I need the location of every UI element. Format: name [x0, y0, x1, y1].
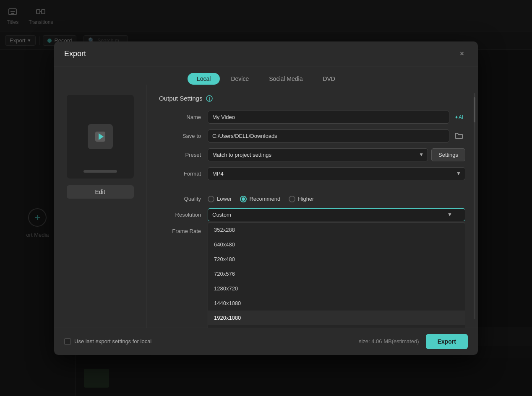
resolution-option-1280x720[interactable]: 1280x720 [208, 281, 465, 296]
quality-recommend-radio[interactable] [240, 196, 247, 202]
preview-panel: Edit [54, 85, 146, 328]
tab-device[interactable]: Device [222, 73, 258, 85]
quality-label: Quality [159, 196, 201, 202]
quality-higher-radio[interactable] [289, 196, 295, 202]
dialog-footer: Use last export settings for local size:… [54, 328, 478, 355]
modal-backdrop: Export × Local Device Social Media DVD [0, 0, 532, 396]
frame-rate-label: Frame Rate [159, 228, 201, 234]
resolution-option-720x480[interactable]: 720x480 [208, 252, 465, 267]
close-icon: × [460, 49, 464, 58]
preset-select[interactable]: Match to project settings [208, 148, 428, 161]
resolution-option-3840x2160[interactable]: 3840x2160 [208, 325, 465, 328]
tab-social-media[interactable]: Social Media [260, 73, 312, 85]
quality-higher[interactable]: Higher [289, 196, 314, 202]
name-label: Name [159, 114, 201, 120]
ai-icon[interactable]: ✦AI [453, 111, 465, 123]
svg-text:✦AI: ✦AI [454, 114, 463, 120]
scroll-thumb[interactable] [474, 97, 475, 122]
preset-label: Preset [159, 152, 201, 158]
folder-icon[interactable] [453, 129, 465, 142]
resolution-option-352x288[interactable]: 352x288 [208, 223, 465, 237]
resolution-option-720x576[interactable]: 720x576 [208, 267, 465, 281]
save-to-input[interactable] [208, 129, 449, 142]
use-last-settings-checkbox[interactable] [64, 338, 71, 345]
quality-options: Lower Recommend Higher [208, 196, 314, 202]
quality-lower[interactable]: Lower [208, 196, 232, 202]
quality-lower-radio[interactable] [208, 196, 214, 202]
quality-recommend-label: Recommend [249, 196, 280, 202]
resolution-option-1920x1080[interactable]: 1920x1080 [208, 311, 465, 325]
tab-local[interactable]: Local [188, 73, 220, 85]
export-action-button[interactable]: Export [426, 334, 468, 349]
resolution-current-value: Custom [212, 212, 231, 218]
name-input[interactable] [208, 111, 449, 124]
save-to-label: Save to [159, 133, 201, 139]
resolution-chevron-icon: ▼ [447, 212, 452, 217]
preview-progress-bar [83, 170, 117, 173]
resolution-container: Custom ▼ 352x288 640x480 [208, 208, 465, 221]
dialog-body: Edit Output Settings Name [54, 85, 478, 328]
resolution-label: Resolution [159, 212, 201, 218]
quality-recommend[interactable]: Recommend [240, 196, 280, 202]
quality-field-row: Lower Recommend Higher [208, 196, 465, 202]
preview-thumb-inner [88, 124, 113, 149]
format-label: Format [159, 171, 201, 177]
resolution-dropdown-list: 352x288 640x480 720x480 720x576 [208, 222, 465, 328]
resolution-field-row: Custom ▼ 352x288 640x480 [208, 208, 465, 221]
dialog-tabs: Local Device Social Media DVD [54, 67, 478, 85]
format-select[interactable]: MP4 MOV AVI [208, 167, 465, 180]
quality-recommend-dot [242, 197, 245, 201]
dialog-title: Export [64, 49, 86, 58]
resolution-dropdown-button[interactable]: Custom ▼ [208, 208, 465, 221]
settings-panel: Output Settings Name ✦AI [146, 85, 478, 328]
quality-higher-label: Higher [298, 196, 314, 202]
preview-thumbnail [67, 95, 134, 179]
settings-button[interactable]: Settings [431, 148, 465, 161]
tab-dvd[interactable]: DVD [313, 73, 344, 85]
divider-1 [159, 188, 465, 188]
preset-select-wrapper: Match to project settings ▼ [208, 148, 428, 161]
format-select-wrapper: MP4 MOV AVI ▼ [208, 167, 465, 180]
output-settings-title: Output Settings [159, 95, 465, 102]
scroll-track [474, 93, 475, 319]
edit-button[interactable]: Edit [67, 185, 134, 199]
file-size-label: size: 4.06 MB(estimated) [359, 338, 419, 344]
save-to-field-row [208, 129, 465, 142]
footer-right: size: 4.06 MB(estimated) Export [359, 334, 468, 349]
resolution-option-1440x1080[interactable]: 1440x1080 [208, 296, 465, 311]
settings-grid: Name ✦AI Save to [159, 111, 465, 236]
use-last-settings: Use last export settings for local [64, 338, 151, 345]
close-button[interactable]: × [456, 48, 468, 60]
quality-lower-label: Lower [217, 196, 232, 202]
use-last-settings-label: Use last export settings for local [74, 338, 151, 344]
preset-field-row: Match to project settings ▼ Settings [208, 148, 465, 161]
format-field-row: MP4 MOV AVI ▼ [208, 167, 465, 180]
svg-point-9 [209, 99, 210, 100]
name-field-row: ✦AI [208, 111, 465, 124]
resolution-option-640x480[interactable]: 640x480 [208, 237, 465, 252]
export-dialog: Export × Local Device Social Media DVD [54, 41, 478, 355]
dialog-header: Export × [54, 41, 478, 67]
